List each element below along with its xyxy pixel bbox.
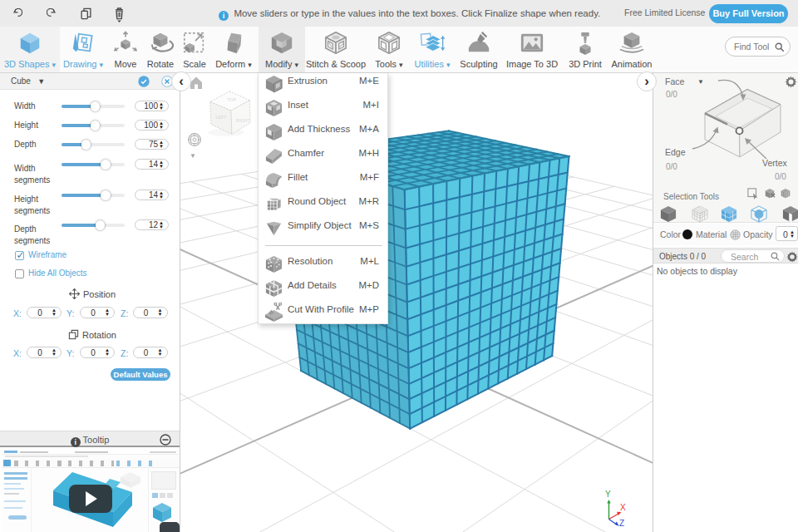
svg-text:0/0: 0/0 — [666, 162, 677, 171]
svg-text:TOP: TOP — [227, 97, 236, 102]
svg-text:LEFT: LEFT — [216, 115, 228, 120]
svg-text:X: X — [620, 503, 626, 512]
svg-text:RIGHT: RIGHT — [236, 118, 250, 123]
svg-text:Vertex: Vertex — [762, 158, 788, 168]
svg-text:Y: Y — [605, 490, 611, 499]
svg-text:Edge: Edge — [665, 147, 686, 157]
svg-text:Selection Tools: Selection Tools — [663, 192, 719, 201]
svg-text:Z: Z — [619, 519, 624, 528]
svg-text:0/0: 0/0 — [775, 172, 786, 181]
